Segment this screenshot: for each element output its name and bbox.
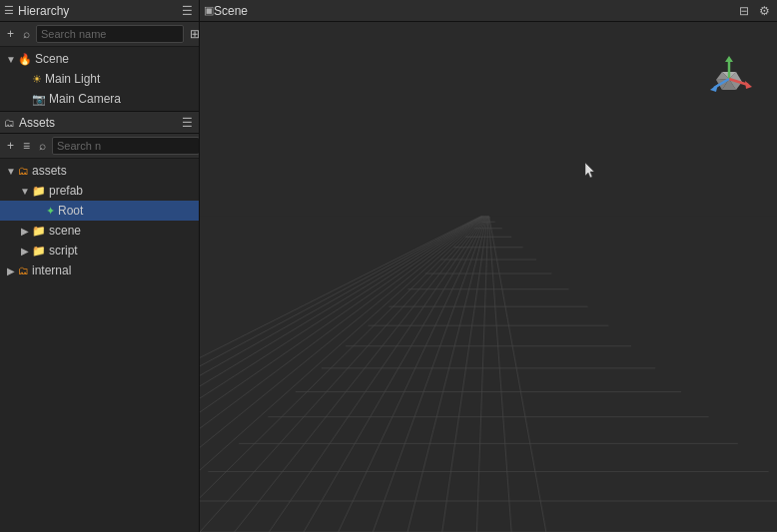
script-folder-label: script: [49, 244, 78, 258]
assets-root-icon: 🗂: [18, 165, 29, 177]
assets-add-button[interactable]: +: [4, 139, 17, 153]
hierarchy-menu-button[interactable]: ☰: [180, 4, 195, 18]
svg-marker-11: [710, 84, 718, 92]
svg-marker-9: [745, 81, 752, 89]
gizmo-svg: [702, 52, 757, 107]
scene-toolbar-right: ⊟ ⚙: [736, 3, 773, 19]
scene-display-button[interactable]: ⊟: [736, 3, 752, 19]
scene-arrow: ▼: [4, 54, 18, 65]
internal-arrow: ▶: [4, 266, 18, 276]
hierarchy-main-light[interactable]: ☀ Main Light: [0, 69, 199, 89]
hierarchy-scene-root[interactable]: ▼ 🔥 Scene: [0, 49, 199, 69]
hierarchy-toolbar: + ⌕ ⊞ ↺: [0, 22, 199, 47]
root-prefab-label: Root: [58, 204, 83, 218]
scene-folder-arrow: ▶: [18, 226, 32, 237]
scene-header: ▣ Scene ⊟ ⚙: [200, 0, 777, 22]
svg-marker-7: [725, 56, 733, 62]
scene-panel-title: Scene: [214, 4, 736, 18]
hierarchy-tree: ▼ 🔥 Scene ☀ Main Light 📷 Main Camera: [0, 47, 199, 111]
assets-script-item[interactable]: ▶ 📁 script: [0, 241, 199, 261]
scene-label: Scene: [35, 52, 69, 66]
hierarchy-search-input[interactable]: [36, 25, 184, 43]
main-camera-icon: 📷: [32, 93, 46, 106]
scene-panel-icon: ▣: [204, 4, 214, 17]
left-panel: ☰ Hierarchy ☰ + ⌕ ⊞ ↺ ▼ 🔥 Scene: [0, 0, 200, 532]
main-light-icon: ☀: [32, 73, 42, 86]
scene-view: ▣ Scene ⊟ ⚙: [200, 0, 777, 532]
assets-tree: ▼ 🗂 assets ▼ 📁 prefab ✦ Root: [0, 159, 199, 282]
assets-root-label: assets: [32, 164, 67, 178]
assets-sort-button[interactable]: ≡: [20, 139, 33, 153]
assets-toolbar: + ≡ ⌕ ⊞ ↺: [0, 134, 199, 159]
main-camera-label: Main Camera: [49, 92, 121, 106]
assets-search-input[interactable]: [52, 137, 199, 155]
prefab-label: prefab: [49, 184, 83, 198]
assets-root-arrow: ▼: [4, 166, 18, 177]
assets-menu-button[interactable]: ☰: [180, 116, 195, 130]
assets-scene-item[interactable]: ▶ 📁 scene: [0, 221, 199, 241]
hierarchy-title: Hierarchy: [18, 4, 176, 18]
scene-settings-button[interactable]: ⚙: [756, 3, 773, 19]
main-light-label: Main Light: [45, 72, 100, 86]
scene-grid: [200, 22, 777, 532]
hierarchy-icon: ☰: [4, 4, 14, 17]
scene-canvas[interactable]: [200, 22, 777, 532]
assets-root-prefab-item[interactable]: ✦ Root: [0, 201, 199, 221]
assets-panel: 🗂 Assets ☰ + ≡ ⌕ ⊞ ↺ ▼ 🗂 assets: [0, 112, 199, 532]
assets-icon: 🗂: [4, 117, 15, 129]
prefab-folder-icon: 📁: [32, 185, 46, 198]
assets-header: 🗂 Assets ☰: [0, 112, 199, 134]
scene-icon: 🔥: [18, 53, 32, 66]
script-arrow: ▶: [18, 246, 32, 257]
root-prefab-icon: ✦: [46, 205, 55, 218]
hierarchy-add-button[interactable]: +: [4, 27, 17, 41]
scene-gizmo: [702, 52, 757, 107]
assets-search-icon-button[interactable]: ⌕: [36, 139, 49, 153]
hierarchy-header: ☰ Hierarchy ☰: [0, 0, 199, 22]
script-folder-icon: 📁: [32, 245, 46, 258]
assets-prefab-item[interactable]: ▼ 📁 prefab: [0, 181, 199, 201]
scene-folder-icon: 📁: [32, 225, 46, 238]
assets-root-item[interactable]: ▼ 🗂 assets: [0, 161, 199, 181]
hierarchy-panel: ☰ Hierarchy ☰ + ⌕ ⊞ ↺ ▼ 🔥 Scene: [0, 0, 199, 112]
scene-folder-label: scene: [49, 224, 81, 238]
prefab-arrow: ▼: [18, 186, 32, 197]
assets-title: Assets: [19, 116, 176, 130]
hierarchy-main-camera[interactable]: 📷 Main Camera: [0, 89, 199, 109]
internal-folder-icon: 🗂: [18, 265, 29, 276]
hierarchy-search-icon-button[interactable]: ⌕: [20, 27, 33, 41]
assets-internal-item[interactable]: ▶ 🗂 internal: [0, 261, 199, 280]
internal-folder-label: internal: [32, 264, 71, 277]
